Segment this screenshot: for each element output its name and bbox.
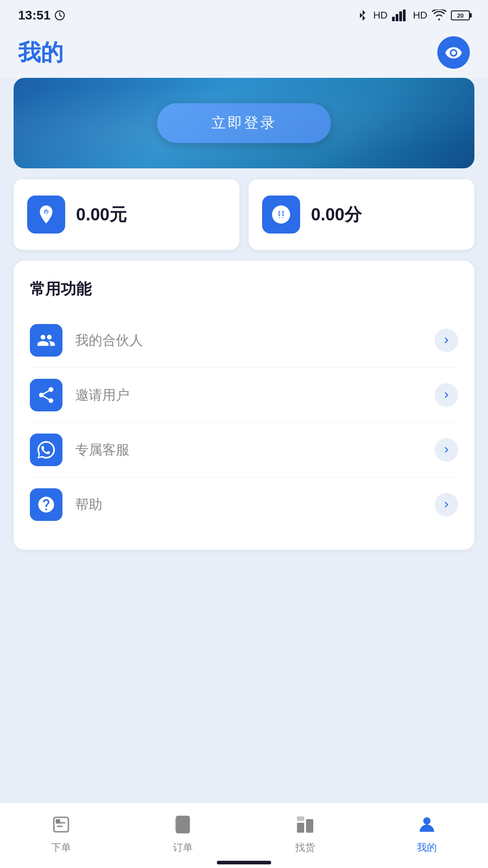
nav-item-find-goods[interactable]: 找货 <box>244 812 366 854</box>
svg-rect-3 <box>399 11 402 21</box>
svg-rect-12 <box>297 823 304 833</box>
invite-arrow <box>435 383 458 407</box>
function-item-help[interactable]: 帮助 <box>30 477 458 532</box>
share-icon-container <box>30 379 62 411</box>
help-icon-container <box>30 488 62 521</box>
login-button[interactable]: 立即登录 <box>157 103 331 143</box>
points-icon-container <box>262 196 300 234</box>
balance-card-points[interactable]: 0.00分 <box>249 179 474 250</box>
mine-icon <box>416 814 438 835</box>
chevron-right-icon <box>440 389 452 401</box>
wallet-icon-container: ¥ <box>27 196 65 234</box>
help-arrow <box>435 493 458 516</box>
service-icon-container <box>30 434 62 466</box>
nav-item-orders[interactable]: 订单 <box>122 812 244 854</box>
svg-text:¥: ¥ <box>43 207 49 217</box>
points-amount: 0.00分 <box>311 203 362 226</box>
service-arrow <box>435 438 458 462</box>
signal2-icon: HD <box>413 10 427 21</box>
status-time: 13:51 <box>18 8 65 23</box>
partner-label: 我的合伙人 <box>75 331 435 350</box>
service-icon <box>37 440 56 459</box>
status-icons: HD HD 20 <box>357 10 470 21</box>
svg-rect-13 <box>306 819 313 833</box>
svg-point-7 <box>278 210 284 215</box>
function-item-service[interactable]: 专属客服 <box>30 423 458 477</box>
wallet-icon: ¥ <box>35 204 57 225</box>
settings-button[interactable] <box>437 36 470 69</box>
functions-card: 常用功能 我的合伙人 邀请用户 <box>14 261 474 550</box>
svg-rect-11 <box>175 818 178 831</box>
function-item-invite[interactable]: 邀请用户 <box>30 368 458 423</box>
share-icon <box>37 386 56 405</box>
nav-indicator <box>217 861 271 864</box>
partner-arrow <box>435 329 458 352</box>
svg-rect-2 <box>396 14 398 21</box>
main-content <box>0 561 488 832</box>
page-title: 我的 <box>18 38 63 68</box>
wifi-icon <box>432 10 446 21</box>
nav-label-orders: 订单 <box>173 841 193 854</box>
header: 我的 <box>0 27 488 78</box>
help-label: 帮助 <box>75 496 435 514</box>
chevron-right-icon <box>440 499 452 510</box>
order-list-icon <box>172 814 194 835</box>
mine-icon-container <box>414 812 440 837</box>
invite-label: 邀请用户 <box>75 386 435 405</box>
order-place-icon <box>50 814 72 835</box>
status-bar: 13:51 HD HD 20 <box>0 0 488 27</box>
nav-label-find-goods: 找货 <box>295 841 315 854</box>
nav-item-mine[interactable]: 我的 <box>366 812 488 854</box>
partner-icon-container <box>30 324 62 357</box>
help-icon <box>37 495 56 514</box>
svg-rect-1 <box>392 17 395 21</box>
nav-label-mine: 我的 <box>417 841 437 854</box>
svg-rect-9 <box>56 819 60 824</box>
functions-title: 常用功能 <box>30 279 458 300</box>
svg-point-15 <box>423 817 431 825</box>
find-goods-icon <box>294 814 316 835</box>
bluetooth-icon <box>357 10 368 21</box>
signal-icon: HD <box>373 10 388 21</box>
signal-bars-icon <box>392 10 408 21</box>
order-place-icon-container <box>48 812 74 837</box>
chevron-right-icon <box>440 444 452 456</box>
service-label: 专属客服 <box>75 441 435 459</box>
svg-rect-14 <box>297 816 304 821</box>
login-banner: 立即登录 <box>14 78 474 168</box>
money-amount: 0.00元 <box>76 203 127 226</box>
balance-row: ¥ 0.00元 0.00分 <box>14 179 474 250</box>
nav-label-place-order: 下单 <box>51 841 71 854</box>
order-list-icon-container <box>170 812 196 837</box>
nav-item-place-order[interactable]: 下单 <box>0 812 122 854</box>
points-icon <box>270 204 292 225</box>
balance-card-money[interactable]: ¥ 0.00元 <box>14 179 239 250</box>
svg-rect-4 <box>403 10 406 21</box>
partner-icon <box>37 331 56 350</box>
bottom-nav: 下单 订单 找货 我的 <box>0 802 488 868</box>
chevron-right-icon <box>440 334 452 346</box>
battery-icon: 20 <box>451 10 470 20</box>
function-item-partner[interactable]: 我的合伙人 <box>30 313 458 368</box>
find-goods-icon-container <box>292 812 318 837</box>
eye-icon <box>445 43 463 62</box>
